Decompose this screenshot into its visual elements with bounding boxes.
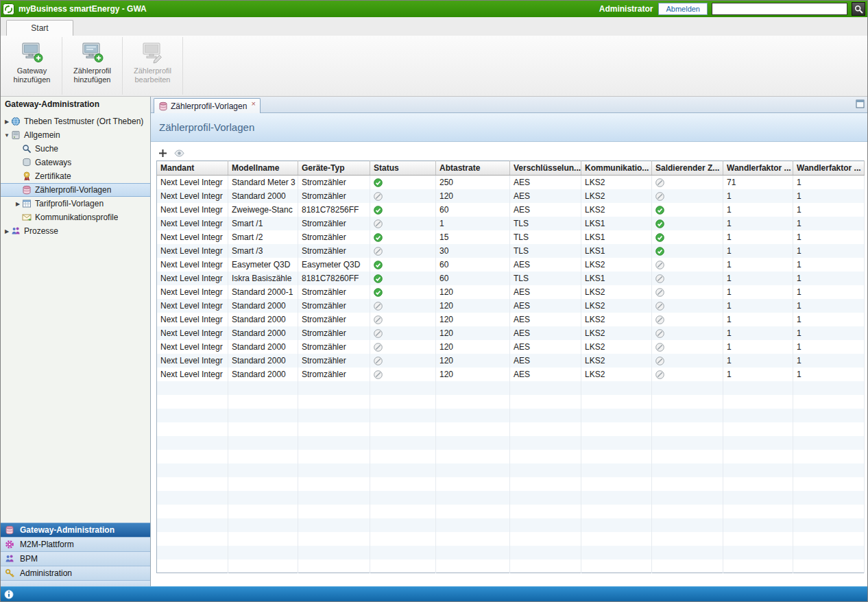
tree-item-gateways[interactable]: Gateways bbox=[1, 156, 150, 169]
cell-wandlerfaktor_1: 1 bbox=[723, 340, 793, 354]
document-tab-zaehlerprofil-vorlagen[interactable]: Zählerprofil-Vorlagen × bbox=[154, 98, 261, 113]
navigation-tree: ▶Theben Testmuster (Ort Theben)▼Allgemei… bbox=[1, 111, 150, 238]
info-icon[interactable] bbox=[4, 590, 14, 599]
column-header-saldierender-z[interactable]: Saldierender Z... bbox=[652, 161, 723, 176]
tree-collapsed-arrow-icon[interactable]: ▶ bbox=[3, 119, 11, 125]
tree-item-label: Zertifikate bbox=[33, 171, 71, 181]
cell-mandant: Next Level Integr bbox=[157, 368, 228, 381]
tree-item-zertifikate[interactable]: Zertifikate bbox=[1, 169, 150, 183]
status-inactive-icon bbox=[374, 191, 383, 200]
nav-item-bpm[interactable]: BPM bbox=[1, 551, 150, 566]
tree-collapsed-arrow-icon[interactable]: ▶ bbox=[3, 228, 11, 234]
panel-body: MandantModellnameGeräte-TypStatusAbtastr… bbox=[151, 142, 867, 586]
table-row[interactable]: Next Level IntegrSmart /1Stromzähler1TLS… bbox=[157, 217, 865, 230]
status-inactive-icon bbox=[655, 328, 664, 337]
table-row[interactable]: Next Level IntegrStandard 2000Stromzähle… bbox=[157, 189, 865, 203]
window-layout-icon[interactable] bbox=[856, 99, 865, 108]
column-header-status[interactable]: Status bbox=[370, 161, 436, 176]
sidebar-spacer bbox=[1, 238, 150, 522]
table-row[interactable]: Next Level IntegrStandard 2000Stromzähle… bbox=[157, 299, 865, 313]
table-row[interactable]: Next Level IntegrStandard 2000Stromzähle… bbox=[157, 354, 865, 368]
search-button[interactable] bbox=[852, 2, 865, 16]
tree-expanded-arrow-icon[interactable]: ▼ bbox=[3, 132, 11, 139]
cell-kommunikation: LKS2 bbox=[581, 313, 652, 326]
cell-modellname: Smart /3 bbox=[228, 244, 298, 258]
cell-modellname: Standard Meter 3 bbox=[228, 176, 298, 189]
content-area: Zählerprofil-Vorlagen × Zählerprofil-Vor… bbox=[151, 97, 867, 586]
cell-modellname: Standard 2000 bbox=[228, 299, 298, 313]
cell-geraete_typ: Stromzähler bbox=[298, 354, 370, 368]
status-inactive-icon bbox=[655, 300, 664, 310]
nav-item-gateway-administration[interactable]: Gateway-Administration bbox=[1, 522, 150, 537]
tree-item-allgemein[interactable]: ▼Allgemein bbox=[1, 128, 150, 142]
column-header-wandlerfaktor[interactable]: Wandlerfaktor ... bbox=[723, 161, 793, 176]
cell-wandlerfaktor_2: 1 bbox=[793, 340, 865, 354]
gateway-add-icon bbox=[21, 40, 44, 64]
tree-item-label: Allgemein bbox=[22, 130, 60, 140]
cell-wandlerfaktor_1: 1 bbox=[723, 368, 793, 381]
table-row[interactable]: Next Level IntegrIskra Basiszähle8181C78… bbox=[157, 272, 865, 285]
tree-collapsed-arrow-icon[interactable]: ▶ bbox=[14, 201, 22, 207]
column-header-mandant[interactable]: Mandant bbox=[157, 161, 228, 176]
tab-start[interactable]: Start bbox=[6, 20, 73, 36]
tree-item-theben-testmuster-ort-theben[interactable]: ▶Theben Testmuster (Ort Theben) bbox=[1, 115, 150, 128]
cell-mandant: Next Level Integr bbox=[157, 244, 228, 258]
status-inactive-icon bbox=[374, 355, 383, 365]
cell-wandlerfaktor_1: 1 bbox=[723, 244, 793, 258]
table-row[interactable]: Next Level IntegrStandard 2000Stromzähle… bbox=[157, 313, 865, 326]
zaehlerprofil-bearbeiten-button: Zählerprofil bearbeiten bbox=[123, 37, 183, 95]
logout-button[interactable]: Abmelden bbox=[658, 3, 708, 15]
gateway-hinzufuegen-button[interactable]: Gateway hinzufügen bbox=[2, 37, 62, 95]
tree-item-zaehlerprofil-vorlagen[interactable]: Zählerprofil-Vorlagen bbox=[1, 183, 150, 197]
column-header-wandlerfaktor[interactable]: Wandlerfaktor ... bbox=[793, 161, 865, 176]
module-nav: Gateway-AdministrationM2M-PlattformBPMAd… bbox=[1, 522, 150, 580]
table-row[interactable]: Next Level IntegrEasymeter Q3DEasymeter … bbox=[157, 258, 865, 272]
table-row[interactable]: Next Level IntegrStandard 2000Stromzähle… bbox=[157, 340, 865, 354]
cell-modellname: Standard 2000 bbox=[228, 326, 298, 340]
column-header-geraete-typ[interactable]: Geräte-Typ bbox=[298, 161, 370, 176]
tree-item-kommunikationsprofile[interactable]: Kommunikationsprofile bbox=[1, 210, 150, 224]
column-header-modellname[interactable]: Modellname bbox=[228, 161, 298, 176]
empty-row bbox=[157, 436, 865, 450]
cell-wandlerfaktor_2: 1 bbox=[793, 230, 865, 244]
panel-title: Zählerprofil-Vorlagen bbox=[151, 113, 867, 142]
nav-item-m2m-plattform[interactable]: M2M-Plattform bbox=[1, 537, 150, 551]
table-row[interactable]: Next Level IntegrSmart /3Stromzähler30TL… bbox=[157, 244, 865, 258]
cell-verschluesselung: AES bbox=[510, 299, 581, 313]
cell-kommunikation: LKS2 bbox=[581, 354, 652, 368]
nav-item-administration[interactable]: Administration bbox=[1, 566, 150, 580]
cell-modellname: Smart /2 bbox=[228, 230, 298, 244]
cell-abtastrate: 120 bbox=[436, 340, 510, 354]
globe-icon bbox=[11, 117, 22, 126]
nav-item-label: Administration bbox=[20, 568, 72, 578]
table-row[interactable]: Next Level IntegrZweiwege-Stanc8181C7825… bbox=[157, 203, 865, 217]
cell-kommunikation: LKS2 bbox=[581, 326, 652, 340]
plus-icon bbox=[158, 149, 167, 158]
table-row[interactable]: Next Level IntegrSmart /2Stromzähler15TL… bbox=[157, 230, 865, 244]
tab-close-icon[interactable]: × bbox=[251, 100, 255, 107]
cell-verschluesselung: AES bbox=[510, 354, 581, 368]
add-entry-button[interactable] bbox=[158, 149, 167, 158]
global-search-input[interactable] bbox=[712, 3, 847, 15]
tree-item-prozesse[interactable]: ▶Prozesse bbox=[1, 224, 150, 238]
cell-abtastrate: 120 bbox=[436, 299, 510, 313]
tree-item-suche[interactable]: Suche bbox=[1, 142, 150, 156]
status-inactive-icon bbox=[374, 245, 383, 255]
table-row[interactable]: Next Level IntegrStandard 2000-1Stromzäh… bbox=[157, 285, 865, 299]
cell-mandant: Next Level Integr bbox=[157, 176, 228, 189]
tree-item-tarifprofil-vorlagen[interactable]: ▶Tarifprofil-Vorlagen bbox=[1, 197, 150, 210]
column-header-abtastrate[interactable]: Abtastrate bbox=[436, 161, 510, 176]
cell-geraete_typ: Stromzähler bbox=[298, 340, 370, 354]
table-row[interactable]: Next Level IntegrStandard 2000Stromzähle… bbox=[157, 326, 865, 340]
zaehlerprofil-hinzufuegen-button[interactable]: Zählerprofil hinzufügen bbox=[62, 37, 123, 95]
table-row[interactable]: Next Level IntegrStandard Meter 3Stromzä… bbox=[157, 176, 865, 189]
status-active-icon bbox=[374, 287, 383, 296]
cell-verschluesselung: AES bbox=[510, 258, 581, 272]
cell-geraete_typ: Stromzähler bbox=[298, 368, 370, 381]
table-row[interactable]: Next Level IntegrStandard 2000Stromzähle… bbox=[157, 368, 865, 381]
cell-kommunikation: LKS2 bbox=[581, 340, 652, 354]
column-header-kommunikatio[interactable]: Kommunikatio... bbox=[581, 161, 652, 176]
cell-abtastrate: 120 bbox=[436, 326, 510, 340]
cell-wandlerfaktor_2: 1 bbox=[793, 326, 865, 340]
column-header-verschluesselun[interactable]: Verschlüsselun... bbox=[510, 161, 581, 176]
